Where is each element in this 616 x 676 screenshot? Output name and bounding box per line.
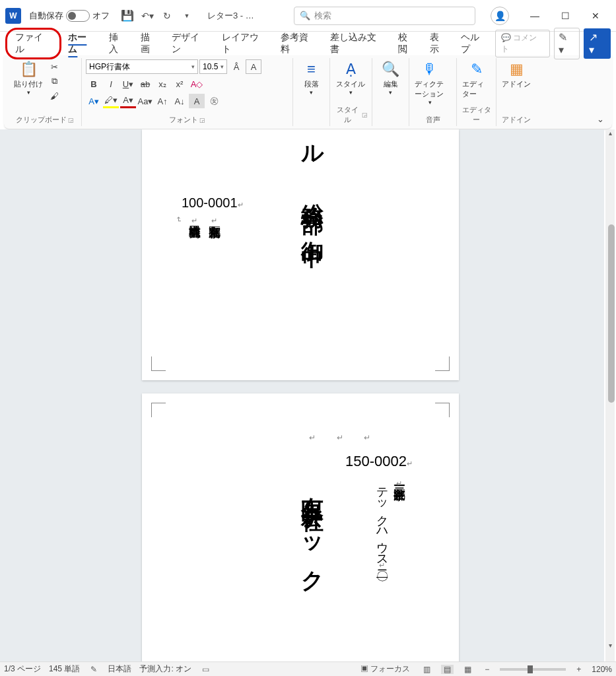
tab-references[interactable]: 参考資料: [274, 28, 324, 59]
voice-group-label: 音声: [426, 115, 440, 125]
search-placeholder: 検索: [314, 10, 331, 22]
font-size-combo[interactable]: 10.5▾: [199, 59, 227, 74]
scroll-up-button[interactable]: ▴: [605, 129, 615, 139]
font-color-button[interactable]: A▾: [120, 94, 136, 108]
status-predict[interactable]: 予測入力: オン: [139, 663, 191, 675]
copy-button[interactable]: ⧉: [46, 74, 62, 88]
p1-sender-address[interactable]: 東京都新宿区九↵: [207, 217, 222, 225]
tab-insert[interactable]: 挿入: [102, 28, 134, 59]
redo-button[interactable]: ↻: [158, 7, 176, 25]
char-shading-button[interactable]: A: [189, 94, 205, 108]
page-2[interactable]: ↵ ↵ ↵ 150-0002↵ 東京都渋谷区二ー一ー二↵ テックハウス二〇二↵ …: [142, 393, 459, 661]
addins-icon: ▦: [510, 61, 524, 78]
tab-layout[interactable]: レイアウト: [215, 28, 274, 59]
text-effects-button[interactable]: A▾: [86, 94, 102, 108]
p2-recipient-zip[interactable]: 150-0002↵: [345, 453, 413, 470]
scroll-thumb[interactable]: [608, 224, 615, 403]
collapse-ribbon-button[interactable]: ⌄: [592, 112, 608, 126]
return-marks: ↵ ↵ ↵: [309, 433, 380, 442]
user-avatar[interactable]: 👤: [491, 7, 509, 25]
addins-group-label: アドイン: [502, 115, 531, 125]
document-canvas[interactable]: ル 総務部 御中 100-0001↵ 東京都新宿区九↵ 田中商事株式会社↵ ↵ …: [0, 129, 604, 661]
focus-mode-button[interactable]: ▣ フォーカス: [358, 663, 413, 675]
grow-font2-button[interactable]: A↑: [154, 94, 170, 108]
highlight-button[interactable]: 🖊▾: [103, 94, 119, 108]
close-button[interactable]: ✕: [580, 5, 611, 26]
underline-button[interactable]: U▾: [120, 77, 136, 91]
tab-review[interactable]: 校閲: [392, 28, 423, 59]
clipboard-group-label: クリップボード: [16, 115, 67, 125]
qat-customize[interactable]: ▼: [178, 7, 196, 25]
font-launcher[interactable]: ◲: [199, 117, 205, 123]
maximize-button[interactable]: ☐: [550, 5, 580, 26]
minimize-button[interactable]: —: [520, 5, 550, 26]
return-mark: ↵: [175, 217, 184, 222]
zoom-level[interactable]: 120%: [592, 665, 612, 674]
autosave-toggle[interactable]: 自動保存 オフ: [29, 10, 110, 22]
cut-button[interactable]: ✂: [46, 59, 62, 74]
comments-button[interactable]: 💬 コメント: [495, 30, 550, 57]
print-layout-button[interactable]: ▤: [441, 665, 454, 674]
clear-format-button[interactable]: A◇: [189, 77, 205, 91]
page-1[interactable]: ル 総務部 御中 100-0001↵ 東京都新宿区九↵ 田中商事株式会社↵ ↵: [142, 129, 459, 380]
format-painter-button[interactable]: 🖌: [46, 88, 62, 103]
p1-sender-zip[interactable]: 100-0001↵: [182, 195, 244, 211]
tab-design[interactable]: デザイン: [165, 28, 215, 59]
shrink-font-button[interactable]: A↓: [172, 94, 188, 108]
save-button[interactable]: 💾: [118, 7, 137, 25]
addins-button[interactable]: ▦アドイン: [500, 59, 532, 90]
scroll-down-button[interactable]: ▾: [605, 642, 615, 651]
grow-font-button[interactable]: Â: [228, 59, 244, 74]
font-name-combo[interactable]: HGP行書体▾: [86, 59, 198, 74]
accessibility-icon[interactable]: ▭: [199, 665, 212, 674]
superscript-button[interactable]: x²: [172, 77, 188, 91]
styles-icon: Ạ: [346, 61, 356, 78]
editing-button[interactable]: 🔍編集▾: [376, 59, 405, 97]
change-case-button[interactable]: Aa▾: [137, 94, 153, 108]
zoom-out-button[interactable]: −: [482, 665, 492, 674]
zoom-slider[interactable]: [500, 668, 566, 671]
tab-mailings[interactable]: 差し込み文書: [324, 28, 392, 59]
p2-recipient-building[interactable]: テックハウス二〇二↵: [374, 479, 390, 570]
editor-button[interactable]: ✎エディター: [461, 59, 492, 100]
italic-button[interactable]: I: [103, 77, 119, 91]
p2-recipient-address[interactable]: 東京都渋谷区二ー一ー二↵: [392, 479, 407, 488]
tab-draw[interactable]: 描画: [134, 28, 166, 59]
p2-recipient-company[interactable]: 有限会社テック: [296, 479, 327, 584]
zoom-in-button[interactable]: +: [574, 665, 584, 674]
paragraph-button[interactable]: ≡段落▾: [297, 59, 325, 97]
clipboard-launcher[interactable]: ◲: [68, 117, 74, 123]
web-layout-button[interactable]: ▦: [462, 665, 474, 674]
editing-mode-button[interactable]: ✎ ▾: [554, 28, 580, 59]
phonetic-button[interactable]: A: [246, 59, 261, 74]
bold-button[interactable]: B: [86, 77, 102, 91]
enclose-char-button[interactable]: ㊛: [206, 94, 222, 108]
dictate-button[interactable]: 🎙ディクテーション▾: [413, 59, 446, 107]
document-title: レター3 - …: [207, 10, 254, 22]
share-button[interactable]: ↗ ▾: [584, 28, 611, 59]
autosave-label: 自動保存: [29, 10, 63, 22]
status-page[interactable]: 1/3 ページ: [4, 663, 41, 675]
p1-recipient[interactable]: ル 総務部 御中: [296, 129, 327, 232]
read-mode-button[interactable]: ▥: [421, 665, 433, 674]
crop-mark: [435, 356, 450, 371]
subscript-button[interactable]: x₂: [154, 77, 170, 91]
word-app-icon: W: [5, 8, 21, 24]
tab-home[interactable]: ホーム: [61, 28, 102, 59]
strike-button[interactable]: ab: [137, 77, 153, 91]
crop-mark: [435, 403, 450, 417]
undo-button[interactable]: ↶▾: [138, 7, 156, 25]
tab-view[interactable]: 表示: [423, 28, 455, 59]
paste-button[interactable]: 📋 貼り付け▾: [12, 59, 45, 97]
tab-file[interactable]: ファイル: [5, 28, 61, 59]
styles-launcher[interactable]: ◲: [362, 112, 368, 118]
search-input[interactable]: 🔍 検索: [294, 7, 475, 25]
status-language[interactable]: 日本語: [108, 663, 131, 675]
p1-sender-company[interactable]: 田中商事株式会社↵: [187, 217, 203, 225]
spell-check-icon[interactable]: ✎: [88, 665, 100, 674]
editor-icon: ✎: [471, 61, 483, 78]
toggle-switch[interactable]: [66, 10, 90, 22]
styles-button[interactable]: Ạスタイル▾: [334, 59, 367, 97]
tab-help[interactable]: ヘルプ: [454, 28, 495, 59]
status-words[interactable]: 145 単語: [49, 663, 80, 675]
